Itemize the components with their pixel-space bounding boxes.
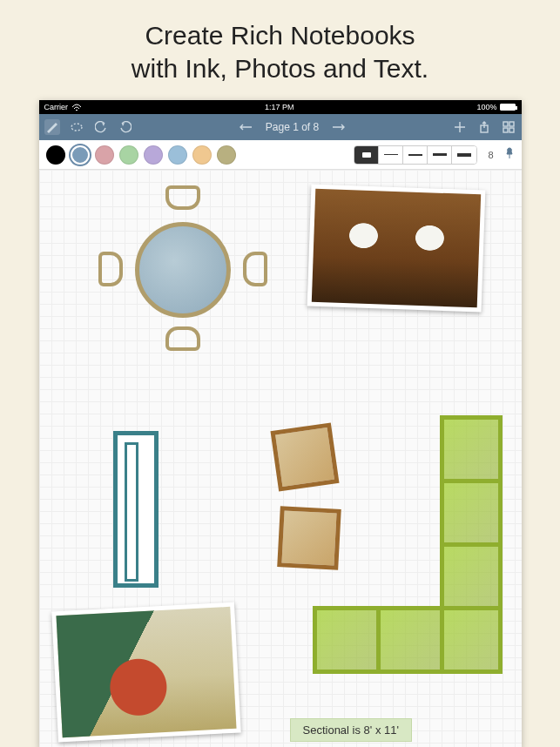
marketing-headline: Create Rich Notebooks with Ink, Photos a… bbox=[0, 0, 560, 100]
status-bar: Carrier 1:17 PM 100% bbox=[39, 100, 522, 114]
undo-icon bbox=[95, 121, 107, 133]
drawing-canvas[interactable]: Sectional is 8' x 11' bbox=[39, 170, 522, 747]
share-icon bbox=[479, 121, 489, 133]
color-swatch-skyblue[interactable] bbox=[168, 145, 187, 165]
pen-tool-button[interactable] bbox=[44, 119, 60, 135]
sketch-table bbox=[135, 222, 231, 318]
brush-med-button[interactable] bbox=[403, 146, 428, 164]
svg-rect-2 bbox=[503, 122, 508, 126]
plus-icon bbox=[454, 121, 466, 133]
next-page-button[interactable] bbox=[331, 119, 347, 135]
svg-rect-4 bbox=[503, 128, 508, 132]
svg-rect-3 bbox=[509, 122, 514, 126]
photo-couch[interactable] bbox=[51, 602, 241, 743]
lasso-tool-button[interactable] bbox=[69, 119, 84, 135]
color-swatch-green[interactable] bbox=[119, 145, 138, 165]
sketch-box bbox=[270, 422, 339, 491]
photo-chairs[interactable] bbox=[307, 185, 485, 313]
svg-rect-5 bbox=[509, 128, 514, 132]
text-note[interactable]: Sectional is 8' x 11' bbox=[290, 718, 412, 742]
prev-page-button[interactable] bbox=[238, 119, 253, 135]
brush-thick-button[interactable] bbox=[428, 146, 452, 164]
pin-button[interactable] bbox=[504, 147, 515, 162]
color-swatch-black[interactable] bbox=[46, 145, 65, 165]
brush-size-group bbox=[354, 145, 477, 165]
grid-icon bbox=[503, 121, 515, 133]
sketch-chair bbox=[98, 252, 123, 286]
headline-line-2: with Ink, Photos and Text. bbox=[132, 54, 428, 83]
brush-thin-button[interactable] bbox=[379, 146, 403, 164]
lasso-icon bbox=[70, 122, 84, 132]
battery-pct: 100% bbox=[476, 103, 496, 111]
clock: 1:17 PM bbox=[265, 103, 294, 111]
brush-xthick-button[interactable] bbox=[452, 146, 476, 164]
share-button[interactable] bbox=[476, 119, 492, 135]
sketch-chair bbox=[243, 252, 267, 286]
color-swatch-pink[interactable] bbox=[95, 145, 114, 165]
arrow-right-icon bbox=[332, 123, 346, 131]
sketch-cabinet bbox=[113, 431, 159, 588]
sketch-sectional bbox=[366, 415, 505, 703]
svg-rect-6 bbox=[362, 152, 371, 158]
app-toolbar: Page 1 of 8 bbox=[39, 114, 522, 140]
color-swatch-purple[interactable] bbox=[144, 145, 163, 165]
sketch-box bbox=[277, 506, 341, 570]
battery-icon bbox=[500, 104, 516, 111]
carrier-label: Carrier bbox=[44, 103, 69, 111]
sketch-chair bbox=[165, 326, 200, 351]
undo-button[interactable] bbox=[93, 119, 109, 135]
brush-count: 8 bbox=[488, 150, 493, 160]
color-swatch-blue[interactable] bbox=[71, 145, 90, 165]
pin-icon bbox=[504, 147, 515, 159]
note-text: Sectional is 8' x 11' bbox=[303, 723, 399, 737]
svg-point-0 bbox=[71, 124, 82, 131]
eraser-button[interactable] bbox=[354, 146, 379, 164]
grid-view-button[interactable] bbox=[501, 119, 516, 135]
arrow-left-icon bbox=[239, 123, 253, 131]
page-indicator: Page 1 of 8 bbox=[266, 121, 319, 133]
color-bar: 8 bbox=[39, 140, 522, 170]
sketch-chair bbox=[165, 185, 200, 210]
redo-icon bbox=[119, 121, 132, 133]
add-button[interactable] bbox=[452, 119, 468, 135]
pen-icon bbox=[46, 121, 58, 133]
wifi-icon bbox=[71, 104, 82, 111]
color-swatch-orange[interactable] bbox=[192, 145, 212, 165]
color-swatch-olive[interactable] bbox=[217, 145, 236, 165]
redo-button[interactable] bbox=[118, 119, 133, 135]
device-frame: Carrier 1:17 PM 100% bbox=[39, 100, 522, 747]
eraser-icon bbox=[361, 151, 373, 159]
headline-line-1: Create Rich Notebooks bbox=[145, 21, 415, 50]
